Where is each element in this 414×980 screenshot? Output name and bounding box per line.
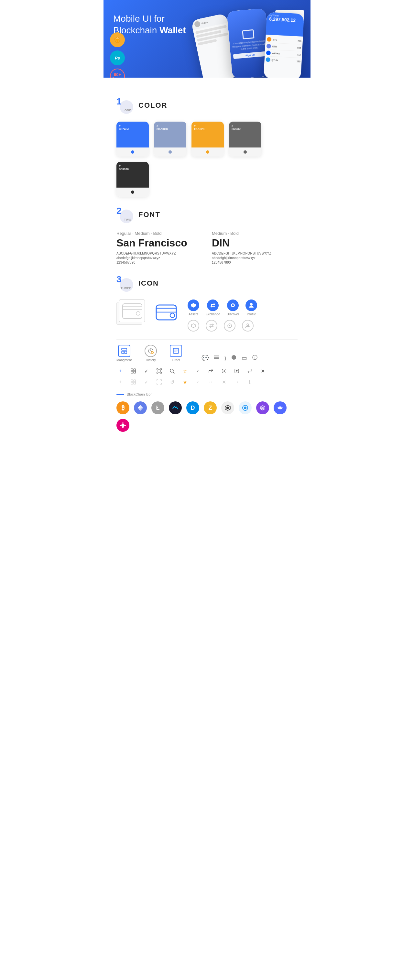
discover-label: Discover bbox=[226, 312, 239, 316]
svg-point-16 bbox=[247, 324, 249, 326]
ltc-icon: Ł bbox=[151, 401, 164, 414]
discover-icon-item: Discover bbox=[226, 299, 239, 316]
svg-point-5 bbox=[136, 312, 140, 315]
svg-point-53 bbox=[122, 422, 124, 424]
color-grid: #3574FA #8DA0C8 #F5A623 #666666 #303030 bbox=[116, 122, 298, 197]
blockchain-line-decoration bbox=[116, 394, 124, 395]
grid-icon bbox=[129, 367, 137, 375]
color-card-grayblue: #8DA0C8 bbox=[154, 122, 186, 156]
svg-rect-31 bbox=[131, 371, 133, 373]
assets-label: Assets bbox=[189, 312, 198, 316]
history-nav-label: History bbox=[146, 358, 156, 362]
scan-icon bbox=[155, 367, 163, 375]
svg-point-55 bbox=[120, 425, 121, 426]
circle-icon bbox=[231, 354, 237, 362]
font-section-header: 2 TWO FONT bbox=[116, 206, 298, 223]
svg-rect-37 bbox=[131, 380, 133, 382]
star-icon-muted: ★ bbox=[181, 378, 189, 386]
icon-section-number: 3 bbox=[116, 275, 122, 284]
waves-icon bbox=[169, 401, 182, 414]
back-icon-muted: ‹ bbox=[194, 378, 202, 386]
color-card-orange: #F5A623 bbox=[191, 122, 224, 156]
band-icon bbox=[274, 401, 287, 414]
icon-display-row: Assets Exchange Discover bbox=[116, 299, 298, 331]
svg-rect-40 bbox=[134, 382, 135, 384]
management-nav-item: Mangment bbox=[116, 345, 132, 362]
small-icons-row-muted: + ✓ ↺ ★ ‹ ↔ ✕ → ℹ bbox=[116, 378, 298, 386]
assets-icon bbox=[188, 299, 199, 311]
color-card-gray: #666666 bbox=[229, 122, 261, 156]
icon-section-header: 3 THREE ICON bbox=[116, 275, 298, 292]
screens-badge: 60+ Screens bbox=[110, 68, 125, 78]
back-icon: ‹ bbox=[194, 367, 202, 375]
svg-rect-19 bbox=[124, 351, 127, 353]
crypto-icons-row: ₿ Ł D Z bbox=[116, 401, 298, 441]
grid-icon-muted bbox=[129, 378, 137, 386]
color-card-dark: #303030 bbox=[116, 162, 149, 197]
stack-icon bbox=[213, 354, 220, 362]
close-icon: ✕ bbox=[259, 367, 266, 375]
svg-marker-41 bbox=[140, 405, 143, 409]
ps-badge: Ps bbox=[110, 51, 125, 65]
color-hex-grayblue: #8DA0C8 bbox=[156, 124, 168, 130]
din-style-label: Medium · Bold bbox=[212, 231, 298, 236]
svg-point-11 bbox=[232, 304, 234, 306]
x-icon-muted: ✕ bbox=[220, 378, 228, 386]
svg-rect-7 bbox=[156, 308, 176, 312]
plus-icon: + bbox=[116, 367, 124, 375]
color-hex-orange: #F5A623 bbox=[194, 124, 204, 130]
btc-icon: ₿ bbox=[116, 401, 129, 414]
profile-icon-item: Profile bbox=[245, 299, 257, 316]
sf-numbers: 1234567890 bbox=[116, 261, 202, 264]
svg-marker-9 bbox=[191, 303, 196, 308]
svg-rect-29 bbox=[131, 369, 133, 371]
color-hex-blue: #3574FA bbox=[119, 124, 129, 130]
profile-icon-outline bbox=[242, 320, 253, 331]
arrows-icon-muted: ↔ bbox=[207, 378, 215, 386]
hero-title: Mobile UI for Blockchain Wallet bbox=[113, 13, 210, 37]
color-section-label: ONE bbox=[124, 109, 131, 112]
svg-point-15 bbox=[229, 325, 230, 326]
eth-icon bbox=[134, 401, 147, 414]
sf-uppercase: ABCDEFGHIJKLMNOPQRSTUVWXYZ bbox=[116, 251, 202, 255]
polygon-icon bbox=[256, 401, 269, 414]
sketch-badge bbox=[110, 32, 125, 47]
svg-rect-38 bbox=[134, 380, 135, 382]
font-section-number: 2 bbox=[116, 206, 122, 215]
svg-rect-17 bbox=[122, 348, 127, 350]
order-nav-item: Order bbox=[170, 345, 182, 362]
assets-icon-item: Assets bbox=[188, 299, 199, 316]
svg-marker-50 bbox=[261, 407, 264, 409]
color-hex-gray: #666666 bbox=[232, 124, 241, 130]
svg-rect-4 bbox=[123, 306, 142, 310]
color-card-blue: #3574FA bbox=[116, 122, 149, 156]
order-nav-label: Order bbox=[172, 358, 180, 362]
svg-text:i: i bbox=[255, 356, 255, 360]
sf-name: San Francisco bbox=[116, 237, 202, 249]
exchange-label: Exchange bbox=[206, 312, 220, 316]
color-section-title: COLOR bbox=[139, 101, 167, 110]
icon-section-label: THREE bbox=[121, 286, 131, 290]
profile-icon bbox=[245, 299, 257, 311]
din-numbers: 1234567890 bbox=[212, 261, 298, 264]
management-nav-label: Mangment bbox=[116, 358, 132, 362]
hero-title-bold: Wallet bbox=[159, 25, 186, 35]
font-section-label: TWO bbox=[124, 218, 132, 221]
share-icon bbox=[207, 367, 215, 375]
font-grid: Regular · Medium · Bold San Francisco AB… bbox=[116, 231, 298, 265]
svg-point-54 bbox=[122, 427, 124, 428]
chat-icon: ▭ bbox=[242, 355, 247, 361]
svg-point-26 bbox=[232, 355, 236, 360]
svg-marker-13 bbox=[191, 324, 195, 328]
comment-icon: 💬 bbox=[202, 355, 209, 361]
svg-marker-42 bbox=[138, 405, 140, 409]
exchange-icon-item: Exchange bbox=[206, 299, 220, 316]
main-content: 1 ONE COLOR #3574FA #8DA0C8 #F5A623 #666… bbox=[104, 78, 310, 451]
svg-point-35 bbox=[223, 370, 225, 372]
sf-style-label: Regular · Medium · Bold bbox=[116, 231, 202, 236]
history-nav-item: History bbox=[145, 345, 157, 362]
svg-rect-23 bbox=[214, 358, 219, 360]
font-san-francisco: Regular · Medium · Bold San Francisco AB… bbox=[116, 231, 202, 265]
star-icon: ☆ bbox=[181, 367, 189, 375]
info-icon: i bbox=[252, 354, 258, 362]
